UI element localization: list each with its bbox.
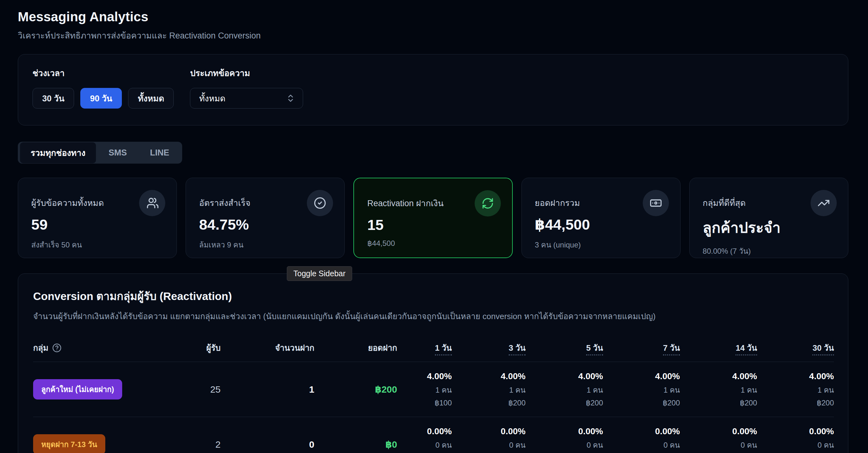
tab-all-channels[interactable]: รวมทุกช่องทาง (20, 142, 96, 163)
users-icon (139, 190, 165, 216)
deposit-amount-value: ฿200 (375, 384, 397, 395)
stat-card-subtext: ฿44,500 (367, 239, 499, 248)
conversion-panel: Conversion ตามกลุ่มผู้รับ (Reactivation)… (18, 274, 848, 453)
chevrons-up-down-icon (286, 93, 295, 103)
stat-card-success-rate: อัตราส่งสำเร็จ 84.75% ล้มเหลว 9 คน (186, 178, 345, 258)
page-subtitle: วิเคราะห์ประสิทธิภาพการส่งข้อความและ Rea… (18, 29, 848, 42)
trending-up-icon (810, 190, 837, 216)
conversion-description: จำนวนผู้รับที่ฝากเงินหลังได้รับข้อความ แ… (33, 310, 833, 322)
stat-card-title: อัตราส่งสำเร็จ (199, 191, 305, 209)
stat-card-title: Reactivation ฝากเงิน (367, 191, 473, 210)
deposit-count-value: 0 (309, 439, 314, 450)
header-group-label: กลุ่ม (33, 341, 49, 354)
messaging-analytics-page: Messaging Analytics วิเคราะห์ประสิทธิภาพ… (0, 0, 868, 453)
stat-card-subtext: ล้มเหลว 9 คน (199, 239, 331, 251)
channel-tabs: รวมทุกช่องทาง SMS LINE (18, 142, 182, 164)
header-day-5: 5 วัน (526, 337, 603, 362)
table-row-new-customers: ลูกค้าใหม่ (ไม่เคยฝาก) 25 1 ฿200 4.00% 1… (33, 362, 834, 417)
message-type-select[interactable]: ทั้งหมด (190, 88, 303, 109)
conversion-title: Conversion ตามกลุ่มผู้รับ (Reactivation) (33, 287, 833, 305)
deposit-count-value: 1 (309, 384, 314, 395)
day-cell-7: 0.00% 0 คน ฿0 (603, 417, 680, 453)
stat-card-subtext: 80.00% (7 วัน) (703, 245, 835, 257)
message-type-filter: ประเภทข้อความ ทั้งหมด (190, 66, 303, 113)
day-cell-7: 4.00% 1 คน ฿200 (603, 362, 680, 417)
header-day-14: 14 วัน (680, 337, 757, 362)
message-type-selected-value: ทั้งหมด (199, 92, 225, 105)
stat-card-subtext: ส่งสำเร็จ 50 คน (31, 239, 163, 251)
header-day-30: 30 วัน (757, 337, 834, 362)
filter-panel: ช่วงเวลา 30 วัน 90 วัน ทั้งหมด ประเภทข้อ… (18, 54, 848, 125)
tab-sms[interactable]: SMS (98, 144, 137, 162)
stat-card-subtext: 3 คน (unique) (535, 239, 667, 251)
stat-card-value: 15 (367, 216, 499, 233)
header-recipients: ผู้รับ (174, 337, 221, 362)
conversion-table: กลุ่ม ผู้รับ จำนวนฝาก ยอดฝาก 1 วัน 3 วัน… (33, 337, 834, 453)
day-cell-3: 4.00% 1 คน ฿200 (452, 362, 526, 417)
toggle-sidebar-tooltip: Toggle Sidebar (287, 266, 352, 281)
check-circle-icon (307, 190, 333, 216)
table-row-stopped-deposit-7-13: หยุดฝาก 7-13 วัน 2 0 ฿0 0.00% 0 คน ฿0 0.… (33, 417, 834, 453)
day-cell-14: 0.00% 0 คน ฿0 (680, 417, 757, 453)
stat-card-value: 59 (31, 216, 163, 233)
day-cell-5: 0.00% 0 คน ฿0 (526, 417, 603, 453)
header-deposit-amount: ยอดฝาก (314, 337, 397, 362)
banknote-icon (643, 190, 669, 216)
stat-card-total-deposit: ยอดฝากรวม ฿44,500 3 คน (unique) (522, 178, 681, 258)
stat-cards-row: ผู้รับข้อความทั้งหมด 59 ส่งสำเร็จ 50 คน … (18, 178, 848, 258)
header-group: กลุ่ม (33, 337, 174, 362)
stat-card-value: 84.75% (199, 216, 331, 233)
stat-card-value: ลูกค้าประจำ (703, 216, 835, 239)
day-cell-1: 4.00% 1 คน ฿100 (397, 362, 452, 417)
recipients-value: 25 (210, 384, 221, 395)
day-cell-3: 0.00% 0 คน ฿0 (452, 417, 526, 453)
stat-card-title: ยอดฝากรวม (535, 191, 641, 209)
time-range-button-group: 30 วัน 90 วัน ทั้งหมด (32, 88, 174, 109)
time-range-all-button[interactable]: ทั้งหมด (128, 88, 174, 109)
day-cell-14: 4.00% 1 คน ฿200 (680, 362, 757, 417)
time-range-30d-button[interactable]: 30 วัน (32, 88, 74, 109)
refresh-icon (475, 190, 501, 217)
day-cell-30: 0.00% 0 คน ฿0 (757, 417, 834, 453)
group-badge: หยุดฝาก 7-13 วัน (33, 434, 105, 453)
message-type-label: ประเภทข้อความ (190, 66, 303, 80)
table-header-row: กลุ่ม ผู้รับ จำนวนฝาก ยอดฝาก 1 วัน 3 วัน… (33, 337, 834, 362)
stat-card-title: กลุ่มที่ดีที่สุด (703, 191, 809, 209)
stat-card-best-group: กลุ่มที่ดีที่สุด ลูกค้าประจำ 80.00% (7 ว… (689, 178, 848, 258)
help-icon[interactable] (52, 343, 62, 352)
header-day-7: 7 วัน (603, 337, 680, 362)
time-range-filter: ช่วงเวลา 30 วัน 90 วัน ทั้งหมด (32, 66, 174, 113)
page-title: Messaging Analytics (18, 9, 848, 24)
deposit-amount-value: ฿0 (385, 439, 397, 450)
day-cell-5: 4.00% 1 คน ฿200 (526, 362, 603, 417)
time-range-90d-button[interactable]: 90 วัน (80, 88, 122, 109)
tab-line[interactable]: LINE (140, 144, 180, 162)
header-day-1: 1 วัน (397, 337, 452, 362)
day-cell-1: 0.00% 0 คน ฿0 (397, 417, 452, 453)
time-range-label: ช่วงเวลา (32, 66, 174, 80)
recipients-value: 2 (215, 439, 221, 450)
stat-card-reactivation-deposits: Reactivation ฝากเงิน 15 ฿44,500 (353, 178, 513, 258)
group-badge: ลูกค้าใหม่ (ไม่เคยฝาก) (33, 379, 122, 399)
day-cell-30: 4.00% 1 คน ฿200 (757, 362, 834, 417)
header-day-3: 3 วัน (452, 337, 526, 362)
header-deposit-count: จำนวนฝาก (221, 337, 314, 362)
stat-card-title: ผู้รับข้อความทั้งหมด (31, 191, 137, 209)
stat-card-total-recipients: ผู้รับข้อความทั้งหมด 59 ส่งสำเร็จ 50 คน (18, 178, 177, 258)
stat-card-value: ฿44,500 (535, 216, 667, 233)
